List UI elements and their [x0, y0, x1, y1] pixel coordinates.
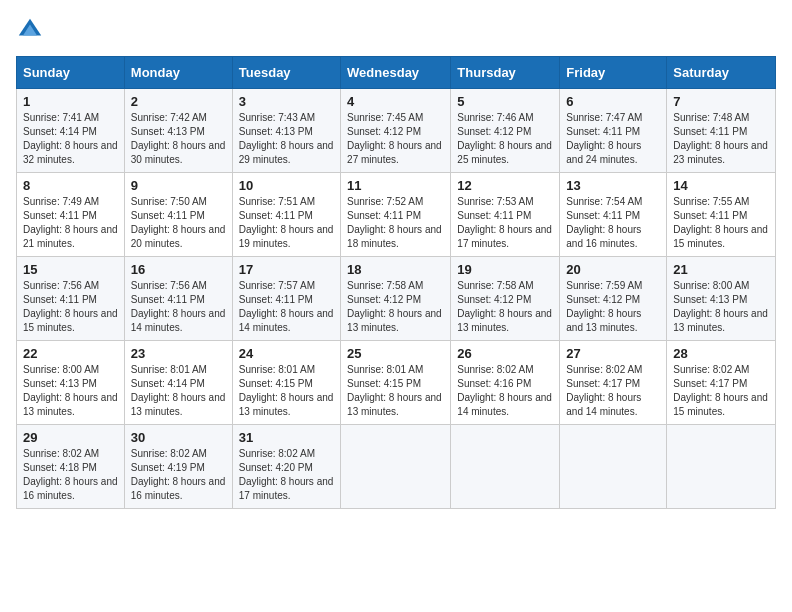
- calendar-cell: 21 Sunrise: 8:00 AMSunset: 4:13 PMDaylig…: [667, 257, 776, 341]
- cell-info: Sunrise: 8:02 AMSunset: 4:16 PMDaylight:…: [457, 364, 552, 417]
- calendar-week-row: 22 Sunrise: 8:00 AMSunset: 4:13 PMDaylig…: [17, 341, 776, 425]
- weekday-header: Wednesday: [341, 57, 451, 89]
- calendar-cell: [451, 425, 560, 509]
- calendar-cell: [560, 425, 667, 509]
- day-number: 12: [457, 178, 553, 193]
- cell-info: Sunrise: 7:59 AMSunset: 4:12 PMDaylight:…: [566, 280, 642, 333]
- calendar-cell: 10 Sunrise: 7:51 AMSunset: 4:11 PMDaylig…: [232, 173, 340, 257]
- weekday-header: Sunday: [17, 57, 125, 89]
- calendar-cell: 22 Sunrise: 8:00 AMSunset: 4:13 PMDaylig…: [17, 341, 125, 425]
- calendar-table: SundayMondayTuesdayWednesdayThursdayFrid…: [16, 56, 776, 509]
- cell-info: Sunrise: 7:45 AMSunset: 4:12 PMDaylight:…: [347, 112, 442, 165]
- day-number: 6: [566, 94, 660, 109]
- calendar-cell: 3 Sunrise: 7:43 AMSunset: 4:13 PMDayligh…: [232, 89, 340, 173]
- day-number: 10: [239, 178, 334, 193]
- day-number: 30: [131, 430, 226, 445]
- day-number: 2: [131, 94, 226, 109]
- cell-info: Sunrise: 7:48 AMSunset: 4:11 PMDaylight:…: [673, 112, 768, 165]
- cell-info: Sunrise: 7:56 AMSunset: 4:11 PMDaylight:…: [131, 280, 226, 333]
- calendar-cell: [667, 425, 776, 509]
- cell-info: Sunrise: 7:54 AMSunset: 4:11 PMDaylight:…: [566, 196, 642, 249]
- calendar-week-row: 15 Sunrise: 7:56 AMSunset: 4:11 PMDaylig…: [17, 257, 776, 341]
- cell-info: Sunrise: 8:02 AMSunset: 4:19 PMDaylight:…: [131, 448, 226, 501]
- cell-info: Sunrise: 7:58 AMSunset: 4:12 PMDaylight:…: [347, 280, 442, 333]
- day-number: 8: [23, 178, 118, 193]
- day-number: 19: [457, 262, 553, 277]
- cell-info: Sunrise: 7:42 AMSunset: 4:13 PMDaylight:…: [131, 112, 226, 165]
- day-number: 16: [131, 262, 226, 277]
- calendar-cell: 24 Sunrise: 8:01 AMSunset: 4:15 PMDaylig…: [232, 341, 340, 425]
- cell-info: Sunrise: 7:56 AMSunset: 4:11 PMDaylight:…: [23, 280, 118, 333]
- day-number: 5: [457, 94, 553, 109]
- cell-info: Sunrise: 7:49 AMSunset: 4:11 PMDaylight:…: [23, 196, 118, 249]
- calendar-cell: 8 Sunrise: 7:49 AMSunset: 4:11 PMDayligh…: [17, 173, 125, 257]
- calendar-cell: 12 Sunrise: 7:53 AMSunset: 4:11 PMDaylig…: [451, 173, 560, 257]
- calendar-cell: [341, 425, 451, 509]
- cell-info: Sunrise: 7:55 AMSunset: 4:11 PMDaylight:…: [673, 196, 768, 249]
- calendar-cell: 1 Sunrise: 7:41 AMSunset: 4:14 PMDayligh…: [17, 89, 125, 173]
- calendar-cell: 14 Sunrise: 7:55 AMSunset: 4:11 PMDaylig…: [667, 173, 776, 257]
- day-number: 25: [347, 346, 444, 361]
- calendar-cell: 11 Sunrise: 7:52 AMSunset: 4:11 PMDaylig…: [341, 173, 451, 257]
- day-number: 3: [239, 94, 334, 109]
- calendar-cell: 18 Sunrise: 7:58 AMSunset: 4:12 PMDaylig…: [341, 257, 451, 341]
- day-number: 27: [566, 346, 660, 361]
- cell-info: Sunrise: 7:47 AMSunset: 4:11 PMDaylight:…: [566, 112, 642, 165]
- weekday-header: Saturday: [667, 57, 776, 89]
- day-number: 15: [23, 262, 118, 277]
- calendar-week-row: 29 Sunrise: 8:02 AMSunset: 4:18 PMDaylig…: [17, 425, 776, 509]
- cell-info: Sunrise: 7:46 AMSunset: 4:12 PMDaylight:…: [457, 112, 552, 165]
- cell-info: Sunrise: 7:51 AMSunset: 4:11 PMDaylight:…: [239, 196, 334, 249]
- day-number: 13: [566, 178, 660, 193]
- cell-info: Sunrise: 8:01 AMSunset: 4:15 PMDaylight:…: [239, 364, 334, 417]
- day-number: 20: [566, 262, 660, 277]
- calendar-cell: 7 Sunrise: 7:48 AMSunset: 4:11 PMDayligh…: [667, 89, 776, 173]
- calendar-header-row: SundayMondayTuesdayWednesdayThursdayFrid…: [17, 57, 776, 89]
- calendar-cell: 30 Sunrise: 8:02 AMSunset: 4:19 PMDaylig…: [124, 425, 232, 509]
- cell-info: Sunrise: 7:58 AMSunset: 4:12 PMDaylight:…: [457, 280, 552, 333]
- logo: [16, 16, 48, 44]
- cell-info: Sunrise: 7:57 AMSunset: 4:11 PMDaylight:…: [239, 280, 334, 333]
- weekday-header: Monday: [124, 57, 232, 89]
- cell-info: Sunrise: 7:41 AMSunset: 4:14 PMDaylight:…: [23, 112, 118, 165]
- cell-info: Sunrise: 8:02 AMSunset: 4:17 PMDaylight:…: [673, 364, 768, 417]
- calendar-cell: 5 Sunrise: 7:46 AMSunset: 4:12 PMDayligh…: [451, 89, 560, 173]
- calendar-cell: 31 Sunrise: 8:02 AMSunset: 4:20 PMDaylig…: [232, 425, 340, 509]
- day-number: 11: [347, 178, 444, 193]
- calendar-week-row: 8 Sunrise: 7:49 AMSunset: 4:11 PMDayligh…: [17, 173, 776, 257]
- day-number: 28: [673, 346, 769, 361]
- calendar-cell: 9 Sunrise: 7:50 AMSunset: 4:11 PMDayligh…: [124, 173, 232, 257]
- calendar-cell: 23 Sunrise: 8:01 AMSunset: 4:14 PMDaylig…: [124, 341, 232, 425]
- cell-info: Sunrise: 8:00 AMSunset: 4:13 PMDaylight:…: [673, 280, 768, 333]
- cell-info: Sunrise: 8:02 AMSunset: 4:20 PMDaylight:…: [239, 448, 334, 501]
- day-number: 9: [131, 178, 226, 193]
- day-number: 17: [239, 262, 334, 277]
- calendar-cell: 17 Sunrise: 7:57 AMSunset: 4:11 PMDaylig…: [232, 257, 340, 341]
- cell-info: Sunrise: 7:52 AMSunset: 4:11 PMDaylight:…: [347, 196, 442, 249]
- weekday-header: Friday: [560, 57, 667, 89]
- calendar-cell: 15 Sunrise: 7:56 AMSunset: 4:11 PMDaylig…: [17, 257, 125, 341]
- cell-info: Sunrise: 7:50 AMSunset: 4:11 PMDaylight:…: [131, 196, 226, 249]
- day-number: 22: [23, 346, 118, 361]
- day-number: 1: [23, 94, 118, 109]
- day-number: 23: [131, 346, 226, 361]
- weekday-header: Tuesday: [232, 57, 340, 89]
- day-number: 31: [239, 430, 334, 445]
- cell-info: Sunrise: 7:43 AMSunset: 4:13 PMDaylight:…: [239, 112, 334, 165]
- cell-info: Sunrise: 8:02 AMSunset: 4:17 PMDaylight:…: [566, 364, 642, 417]
- calendar-cell: 19 Sunrise: 7:58 AMSunset: 4:12 PMDaylig…: [451, 257, 560, 341]
- weekday-header: Thursday: [451, 57, 560, 89]
- calendar-cell: 26 Sunrise: 8:02 AMSunset: 4:16 PMDaylig…: [451, 341, 560, 425]
- calendar-cell: 16 Sunrise: 7:56 AMSunset: 4:11 PMDaylig…: [124, 257, 232, 341]
- day-number: 29: [23, 430, 118, 445]
- page-header: [16, 16, 776, 44]
- calendar-cell: 4 Sunrise: 7:45 AMSunset: 4:12 PMDayligh…: [341, 89, 451, 173]
- calendar-cell: 29 Sunrise: 8:02 AMSunset: 4:18 PMDaylig…: [17, 425, 125, 509]
- calendar-cell: 28 Sunrise: 8:02 AMSunset: 4:17 PMDaylig…: [667, 341, 776, 425]
- cell-info: Sunrise: 8:02 AMSunset: 4:18 PMDaylight:…: [23, 448, 118, 501]
- calendar-cell: 25 Sunrise: 8:01 AMSunset: 4:15 PMDaylig…: [341, 341, 451, 425]
- day-number: 4: [347, 94, 444, 109]
- calendar-cell: 20 Sunrise: 7:59 AMSunset: 4:12 PMDaylig…: [560, 257, 667, 341]
- logo-icon: [16, 16, 44, 44]
- calendar-week-row: 1 Sunrise: 7:41 AMSunset: 4:14 PMDayligh…: [17, 89, 776, 173]
